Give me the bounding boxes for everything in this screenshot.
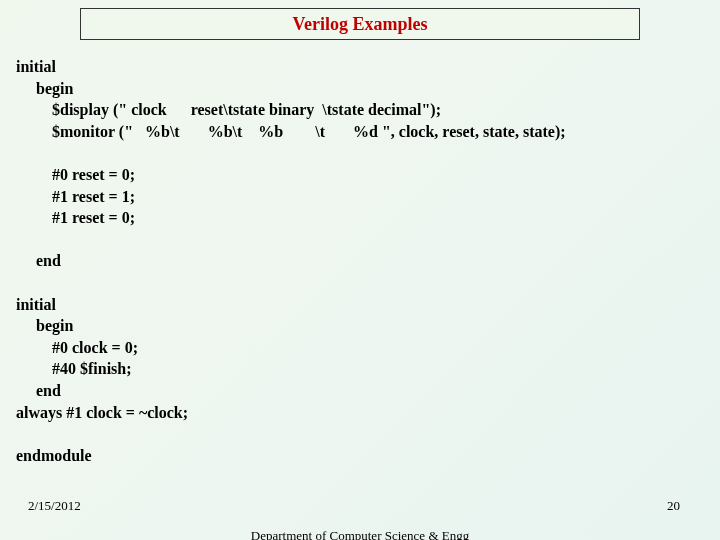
footer-dept-line1: Department of Computer Science & Engg <box>251 528 469 540</box>
footer-page-number: 20 <box>667 498 680 514</box>
code-block: initial begin $display (" clock reset\ts… <box>16 56 704 466</box>
title-box: Verilog Examples <box>80 8 640 40</box>
footer-date: 2/15/2012 <box>28 498 81 514</box>
footer-department: Department of Computer Science & Engg II… <box>0 528 720 540</box>
slide-title: Verilog Examples <box>293 14 428 35</box>
